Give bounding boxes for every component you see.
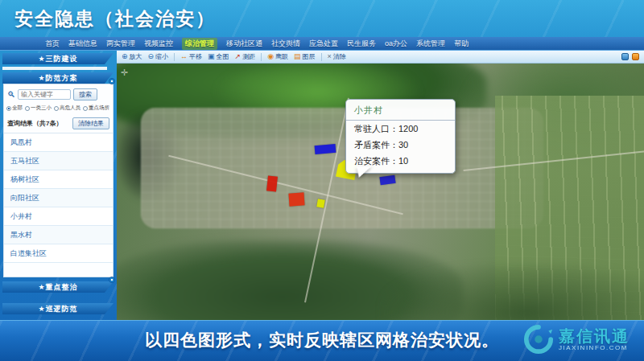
zoom-out-button[interactable]: ⊖缩小 <box>148 52 169 61</box>
menu-item-video-monitor[interactable]: 视频监控 <box>144 39 173 49</box>
search-panel: 🔍︎ 搜索 全部 一类三小 高危人员 重点场所 查询结果（共7条） 清除结果 凤… <box>3 84 114 277</box>
radio-icon <box>25 106 30 111</box>
layers-button[interactable]: ▤图层 <box>294 52 316 61</box>
radio-icon <box>6 106 11 111</box>
search-icon: 🔍︎ <box>7 90 15 99</box>
grid-zone-blue[interactable] <box>315 144 336 154</box>
clear-button[interactable]: ×清除 <box>328 52 346 61</box>
toolbar-separator <box>321 53 322 61</box>
list-item[interactable]: 黑水村 <box>4 226 113 244</box>
main-menubar: 首页 基础信息 两实管理 视频监控 综治管理 移动社区通 社交舆情 应急处置 民… <box>0 37 644 51</box>
zoom-out-icon: ⊖ <box>148 53 155 60</box>
map-nav-control[interactable]: ✛ <box>121 68 128 78</box>
list-item[interactable]: 白道集社区 <box>4 244 113 263</box>
filter-all[interactable]: 全部 <box>6 105 23 112</box>
clear-icon: × <box>328 53 332 60</box>
menu-item-comprehensive-mgmt[interactable]: 综治管理 <box>182 38 217 50</box>
search-input[interactable] <box>18 89 71 100</box>
logo-domain: JIAXININFO.COM <box>559 345 630 352</box>
results-list: 凤凰村 五马社区 杨树社区 向阳社区 小井村 黑水村 白道集社区 <box>4 133 113 263</box>
toolbar-extra-orange-icon[interactable] <box>632 53 639 60</box>
layers-icon: ▤ <box>294 53 301 60</box>
sidebar-strip <box>2 67 107 70</box>
app-window: 安全隐患（社会治安） 首页 基础信息 两实管理 视频监控 综治管理 移动社区通 … <box>0 0 644 361</box>
full-extent-button[interactable]: ▣全图 <box>208 52 229 61</box>
grid-zone-red[interactable] <box>266 175 278 191</box>
sidebar-panel-zhongdian[interactable]: ★重点整治 <box>2 281 114 293</box>
clear-results-button[interactable]: 清除结果 <box>72 117 109 129</box>
filter-radios: 全部 一类三小 高危人员 重点场所 <box>4 103 113 114</box>
menu-item-help[interactable]: 帮助 <box>454 39 469 49</box>
zoom-in-icon: ⊕ <box>122 53 128 60</box>
search-button[interactable]: 搜索 <box>73 88 97 101</box>
radio-icon <box>54 106 59 111</box>
map-info-popup: 小井村 常驻人口：1200 矛盾案件：30 治安案件：10 <box>345 99 456 174</box>
popup-row-population: 常驻人口：1200 <box>346 121 455 137</box>
radio-icon <box>83 106 88 111</box>
measure-icon: ↗ <box>235 53 242 60</box>
menu-item-two-real-mgmt[interactable]: 两实管理 <box>106 39 135 49</box>
menu-item-livelihood[interactable]: 民生服务 <box>347 39 376 49</box>
bottom-caption-band: 以四色图形式，实时反映辖区网格治安状况。 嘉信讯通 JIAXININFO.COM <box>0 320 644 361</box>
menu-item-emergency[interactable]: 应急处置 <box>309 39 338 49</box>
popup-row-dispute-cases: 矛盾案件：30 <box>346 137 455 153</box>
menu-item-social-opinion[interactable]: 社交舆情 <box>271 39 300 49</box>
menu-item-basic-info[interactable]: 基础信息 <box>68 39 97 49</box>
page-title: 安全隐患（社会治安） <box>14 6 216 31</box>
results-count-label: 查询结果（共7条） <box>7 119 62 128</box>
logo-name: 嘉信讯通 <box>559 327 630 345</box>
filter-high-risk[interactable]: 高危人员 <box>54 105 80 112</box>
pan-icon: ↔ <box>180 53 188 60</box>
overview-eye-button[interactable]: ◉鹰眼 <box>267 52 288 61</box>
logo-swirl-icon <box>523 324 554 355</box>
pan-button[interactable]: ↔平移 <box>180 52 202 61</box>
grid-zone-yellow[interactable] <box>316 199 325 207</box>
list-item[interactable]: 向阳社区 <box>4 189 113 207</box>
sidebar-panel-sanfang[interactable]: ★三防建设 <box>2 53 114 64</box>
page-header: 安全隐患（社会治安） <box>0 0 644 37</box>
list-item[interactable]: 杨树社区 <box>4 170 113 189</box>
measure-button[interactable]: ↗测距 <box>235 52 256 61</box>
toolbar-separator <box>261 53 262 61</box>
list-item[interactable]: 小井村 <box>4 207 113 226</box>
menu-item-home[interactable]: 首页 <box>45 39 60 49</box>
panel-collapse-icon[interactable] <box>109 78 115 84</box>
sidebar-panel-fangfan[interactable]: ★防范方案 <box>2 72 114 84</box>
filter-key-places[interactable]: 重点场所 <box>83 105 109 112</box>
menu-item-system-mgmt[interactable]: 系统管理 <box>416 39 445 49</box>
satellite-map[interactable]: ✛ 小井村 常驻人口：1200 矛盾案件：30 治安案件：10 <box>117 64 644 322</box>
search-row: 🔍︎ 搜索 <box>4 84 113 103</box>
list-item[interactable]: 五马社区 <box>4 152 113 170</box>
popup-title: 小井村 <box>346 100 455 121</box>
list-item[interactable]: 凤凰村 <box>4 133 113 152</box>
overview-eye-icon: ◉ <box>267 53 274 60</box>
toolbar-extra-blue-icon[interactable] <box>621 53 629 60</box>
company-logo: 嘉信讯通 JIAXININFO.COM <box>523 324 630 355</box>
map-toolbar: ⊕放大 ⊖缩小 ↔平移 ▣全图 ↗测距 ◉鹰眼 ▤图层 ×清除 <box>117 51 644 64</box>
zoom-in-button[interactable]: ⊕放大 <box>122 52 142 61</box>
full-extent-icon: ▣ <box>208 53 215 60</box>
sidebar-panel-xunluo[interactable]: ★巡逻防范 <box>2 303 114 314</box>
results-header: 查询结果（共7条） 清除结果 <box>4 114 113 133</box>
menu-item-mobile-community[interactable]: 移动社区通 <box>226 39 262 49</box>
menu-item-oa-office[interactable]: oa办公 <box>385 39 407 49</box>
filter-yileisanxiao[interactable]: 一类三小 <box>25 105 52 112</box>
panel-collapse-icon[interactable] <box>109 277 115 283</box>
grid-zone-red[interactable] <box>288 192 304 206</box>
toolbar-separator <box>174 53 175 61</box>
